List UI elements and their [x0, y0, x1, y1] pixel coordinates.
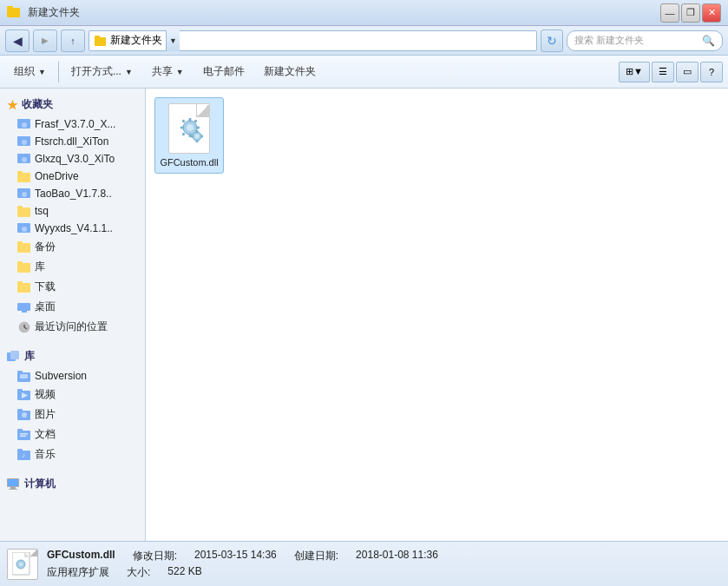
open-chevron: ▼: [125, 68, 133, 76]
svg-rect-46: [17, 429, 23, 432]
sidebar-item-label: TaoBao_V1.7.8..: [35, 188, 112, 200]
forward-button[interactable]: ▶: [33, 30, 57, 52]
svg-point-44: [22, 412, 27, 418]
path-folder-icon: [95, 36, 107, 46]
share-chevron: ▼: [176, 68, 184, 76]
svg-rect-19: [17, 206, 23, 209]
status-modified-label: 修改日期:: [133, 549, 177, 563]
sidebar-item-onedrive[interactable]: OneDrive: [0, 168, 145, 185]
svg-rect-24: [17, 241, 23, 245]
folder-icon: [17, 261, 31, 273]
status-row-2: 应用程序扩展 大小: 522 KB: [47, 565, 438, 580]
share-label: 共享: [152, 64, 173, 79]
svg-rect-69: [196, 140, 199, 142]
sidebar-item-label: 图片: [35, 407, 56, 422]
photo-icon: [17, 409, 31, 420]
svg-rect-14: [17, 171, 23, 174]
sidebar-item-label: OneDrive: [35, 170, 79, 182]
sidebar-item-label: Glxzq_V3.0_XiTo: [35, 153, 115, 165]
sidebar-item-lib[interactable]: 库: [0, 257, 145, 277]
preview-pane-button[interactable]: ▭: [676, 62, 698, 82]
status-size-value: 522 KB: [167, 565, 201, 580]
sidebar-item-subversion[interactable]: Subversion: [0, 367, 145, 385]
share-button[interactable]: 共享 ▼: [143, 59, 193, 85]
sidebar-item-docs[interactable]: 文档: [0, 425, 145, 444]
svg-rect-3: [95, 36, 100, 39]
sidebar: ★ 收藏夹 Frasf_V3.7.0_X... Ftsrch.dll_XiTon…: [0, 89, 146, 541]
address-dropdown[interactable]: ▼: [166, 30, 180, 51]
svg-rect-61: [196, 127, 200, 129]
address-path[interactable]: 新建文件夹 ▼: [89, 30, 537, 51]
sidebar-item-frasf[interactable]: Frasf_V3.7.0_X...: [0, 115, 145, 133]
sidebar-item-label: 桌面: [35, 300, 56, 314]
library-section-header[interactable]: 库: [0, 346, 145, 367]
svg-text:♪: ♪: [22, 451, 25, 459]
status-row-1: GFCustom.dll 修改日期: 2015-03-15 14:36 创建日期…: [47, 549, 438, 563]
sidebar-item-tsq[interactable]: tsq: [0, 202, 145, 220]
sidebar-item-music[interactable]: ♪ 音乐: [0, 444, 145, 464]
help-button[interactable]: ?: [700, 62, 723, 82]
view-toggle-button[interactable]: ⊞▼: [619, 62, 650, 82]
favorites-section-header[interactable]: ★ 收藏夹: [0, 94, 145, 115]
svg-rect-71: [200, 135, 203, 138]
svg-rect-62: [181, 119, 185, 122]
sidebar-item-recent[interactable]: 最近访问的位置: [0, 317, 145, 337]
status-size-label: 大小:: [127, 565, 150, 580]
tortoise-icon: [17, 136, 31, 148]
sidebar-item-desktop[interactable]: 桌面: [0, 297, 145, 317]
status-bar: GFCustom.dll 修改日期: 2015-03-15 14:36 创建日期…: [0, 541, 728, 586]
svg-point-75: [19, 563, 23, 566]
svg-rect-54: [10, 487, 16, 489]
svg-rect-38: [20, 374, 28, 379]
svg-point-17: [22, 192, 27, 197]
sidebar-item-wyyxds[interactable]: Wyyxds_V4.1.1..: [0, 220, 145, 237]
back-button[interactable]: ◀: [5, 30, 30, 52]
title-bar: 新建文件夹 — ❐ ✕: [0, 0, 728, 26]
search-bar[interactable]: 搜索 新建文件夹 🔍: [567, 30, 723, 51]
open-button[interactable]: 打开方式... ▼: [62, 59, 141, 85]
minimize-button[interactable]: —: [660, 3, 679, 23]
svg-rect-11: [17, 154, 23, 157]
folder-icon: [17, 171, 31, 182]
sidebar-item-taobao[interactable]: TaoBao_V1.7.8..: [0, 185, 145, 202]
view-controls: ⊞▼ ☰ ▭ ?: [619, 62, 723, 82]
status-info: GFCustom.dll 修改日期: 2015-03-15 14:36 创建日期…: [47, 549, 438, 580]
svg-rect-1: [7, 6, 13, 10]
sidebar-item-glxzq[interactable]: Glxzq_V3.0_XiTo: [0, 150, 145, 168]
sidebar-item-label: 音乐: [35, 447, 56, 462]
svg-rect-28: [17, 281, 23, 285]
computer-label: 计算机: [24, 477, 56, 491]
close-button[interactable]: ✕: [702, 3, 721, 23]
folder-icon: [17, 241, 31, 253]
sidebar-item-download[interactable]: 下载: [0, 277, 145, 297]
sidebar-item-video[interactable]: 视频: [0, 385, 145, 405]
restore-button[interactable]: ❐: [681, 3, 700, 23]
svg-rect-5: [17, 119, 23, 122]
new-folder-button[interactable]: 新建文件夹: [255, 59, 325, 85]
svg-point-12: [22, 157, 27, 162]
path-text: 新建文件夹: [110, 33, 162, 48]
details-pane-button[interactable]: ☰: [652, 62, 674, 82]
refresh-button[interactable]: ↻: [541, 30, 563, 52]
window-title: 新建文件夹: [28, 5, 80, 20]
star-icon: ★: [7, 98, 18, 112]
window-folder-icon: [7, 5, 21, 20]
svg-rect-16: [17, 188, 23, 192]
svg-point-9: [22, 140, 27, 145]
sidebar-item-ftsrch[interactable]: Ftsrch.dll_XiTon: [0, 133, 145, 150]
svg-point-22: [22, 227, 27, 232]
svg-rect-8: [17, 136, 23, 140]
sidebar-item-backup[interactable]: 备份: [0, 237, 145, 257]
status-type: 应用程序扩展: [47, 565, 109, 580]
organize-button[interactable]: 组织 ▼: [5, 59, 55, 85]
docs-icon: [17, 429, 31, 440]
search-placeholder: 搜索 新建文件夹: [574, 34, 644, 47]
up-button[interactable]: ↑: [61, 30, 85, 52]
sidebar-item-label: tsq: [35, 205, 49, 217]
svg-rect-68: [196, 130, 199, 133]
subversion-icon: [17, 371, 31, 382]
computer-section-header[interactable]: 计算机: [0, 473, 145, 495]
sidebar-item-photo[interactable]: 图片: [0, 405, 145, 425]
email-button[interactable]: 电子邮件: [194, 59, 253, 85]
file-item-gfcustom[interactable]: GFCustom.dll: [154, 97, 224, 174]
